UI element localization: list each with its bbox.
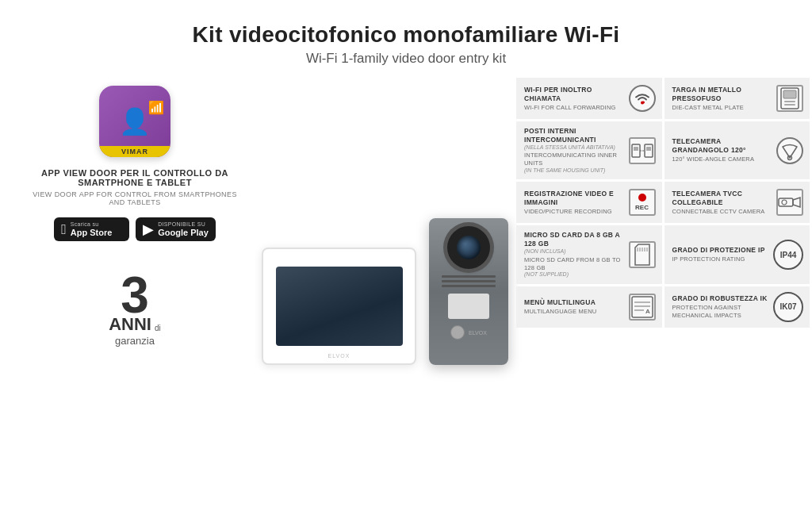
feature-metal-plate: TARGA IN METALLO PRESSOFUSO DIE-CAST MET… — [665, 78, 810, 119]
door-call-button — [450, 325, 465, 340]
google-play-name: Google Play — [158, 228, 209, 237]
products-row: ELVOX ELVOX — [262, 218, 508, 365]
intercomm-svg — [631, 140, 653, 162]
feature-wide-sub: 120° WIDE-ANGLE CAMERA — [672, 155, 772, 163]
feature-sdcard: MICRO SD CARD DA 8 GB A 128 GB (NON INCL… — [516, 225, 662, 283]
feature-wifi: WI-FI PER INOLTRO CHIAMATA WI-FI FOR CAL… — [516, 78, 662, 119]
warranty-di: di — [155, 324, 161, 332]
apple-icon:  — [61, 222, 67, 236]
sd-svg — [634, 244, 651, 266]
app-store-top-label: Scarica su — [71, 221, 113, 228]
person-icon: 👤 — [119, 109, 151, 134]
svg-rect-8 — [646, 147, 651, 151]
page-wrapper: Kit videocitofonico monofamiliare Wi-Fi … — [0, 0, 812, 526]
page-title-it: Kit videocitofonico monofamiliare Wi-Fi — [16, 22, 796, 48]
monitor-screen — [276, 267, 403, 346]
feature-ik07: GRADO DI ROBUSTEZZA IK PROTECTION AGAINS… — [665, 286, 810, 328]
wide-angle-icon — [776, 137, 803, 164]
app-desc-sub: VIEW DOOR APP FOR CONTROL FROM SMARTPHON… — [24, 190, 246, 206]
feature-ip-text: GRADO DI PROTEZIONE IP IP PROTECTION RAT… — [672, 246, 774, 263]
feature-wifi-text: WI-FI PER INOLTRO CHIAMATA WI-FI FOR CAL… — [524, 86, 629, 112]
feature-ik-main: GRADO DI ROBUSTEZZA IK — [672, 294, 769, 303]
wifi-icon — [629, 85, 656, 112]
svg-rect-6 — [634, 147, 638, 151]
indoor-monitor: ELVOX — [262, 248, 416, 365]
google-play-icon: ▶ — [143, 222, 154, 236]
feature-metal-sub: DIE-CAST METAL PLATE — [672, 104, 772, 112]
intercommunicate-icon — [629, 137, 656, 164]
feature-intercomm-sub-note: (IN THE SAME HOUSING UNIT) — [524, 167, 624, 174]
feature-intercomm-main: POSTI INTERNI INTERCOMUNICANTI — [524, 127, 624, 144]
rec-label: REC — [635, 204, 649, 211]
feature-metal-main: TARGA IN METALLO PRESSOFUSO — [672, 86, 772, 103]
app-description: APP VIEW DOOR PER IL CONTROLLO DA SMARTP… — [16, 168, 254, 206]
feature-intercomm-text: POSTI INTERNI INTERCOMUNICANTI (NELLA ST… — [524, 127, 629, 174]
recording-icon: REC — [629, 189, 656, 216]
feature-cctv-text: TELECAMERA TVCC COLLEGABILE CONNECTABLE … — [672, 190, 777, 216]
grille-line-1 — [442, 275, 496, 278]
google-play-button[interactable]: ▶ DISPONIBILE SU Google Play — [136, 217, 216, 241]
svg-point-11 — [782, 200, 787, 205]
ik07-badge: IK07 — [773, 292, 803, 322]
feature-sd-note: (NON INCLUSA) — [524, 248, 624, 255]
grille-line-2 — [442, 280, 496, 282]
svg-text:A: A — [645, 308, 650, 315]
cctv-svg — [778, 192, 802, 213]
svg-rect-4 — [784, 104, 795, 106]
store-buttons:  Scarica su App Store ▶ DISPONIBILE SU … — [54, 217, 216, 241]
feature-ik-sub: PROTECTION AGAINST MECHANICAL IMPACTS — [672, 304, 769, 320]
warranty-garanzia: garanzia — [115, 335, 155, 347]
vimar-label: VIMAR — [99, 146, 170, 157]
multilanguage-icon: A — [629, 294, 656, 321]
svg-rect-3 — [784, 101, 795, 102]
camera-lens — [457, 236, 481, 259]
svg-point-0 — [641, 102, 644, 105]
plate-svg — [780, 87, 799, 109]
feature-intercommunicate: POSTI INTERNI INTERCOMUNICANTI (NELLA ST… — [516, 121, 662, 179]
header: Kit videocitofonico monofamiliare Wi-Fi … — [0, 0, 812, 78]
feature-recording-main: REGISTRAZIONE VIDEO E IMMAGINI — [524, 190, 624, 207]
google-play-top-label: DISPONIBILE SU — [158, 221, 209, 228]
feature-intercomm-sub: INTERCOMMUNICATING INNER UNITS — [524, 152, 624, 167]
door-grille — [442, 275, 496, 287]
rec-dot — [638, 194, 646, 202]
feature-ip44: GRADO DI PROTEZIONE IP IP PROTECTION RAT… — [665, 225, 810, 283]
door-brand-label: ELVOX — [469, 330, 487, 336]
monitor-brand-label: ELVOX — [328, 353, 350, 359]
wifi-svg — [634, 91, 651, 106]
cctv-icon — [776, 189, 803, 216]
feature-ip-sub: IP PROTECTION RATING — [672, 255, 769, 263]
feature-wide-text: TELECAMERA GRANDANGOLO 120° 120° WIDE-AN… — [672, 137, 777, 163]
outdoor-panel: ELVOX — [429, 218, 508, 365]
feature-multilanguage: MENÙ MULTILINGUA MULTILANGUAGE MENU A — [516, 286, 662, 328]
warranty-badge: 3 ANNI di garanzia — [109, 270, 161, 347]
feature-wifi-main: WI-FI PER INOLTRO CHIAMATA — [524, 86, 624, 103]
app-store-name: App Store — [71, 228, 113, 237]
feature-sd-sub-note: (NOT SUPPLIED) — [524, 271, 624, 278]
wide-angle-svg — [779, 140, 800, 161]
feature-cctv-sub: CONNECTABLE CCTV CAMERA — [672, 208, 772, 216]
sdcard-icon — [629, 241, 656, 268]
feature-ip-main: GRADO DI PROTEZIONE IP — [672, 246, 769, 255]
feature-wide-camera: TELECAMERA GRANDANGOLO 120° 120° WIDE-AN… — [665, 121, 810, 179]
warranty-text-row: ANNI di — [109, 314, 161, 335]
grille-line-3 — [442, 285, 496, 287]
feature-sd-main: MICRO SD CARD DA 8 GB A 128 GB — [524, 231, 624, 248]
metal-plate-icon — [776, 85, 803, 112]
feature-ik-text: GRADO DI ROBUSTEZZA IK PROTECTION AGAINS… — [672, 294, 774, 320]
feature-recording-sub: VIDEO/PICTURE RECORDING — [524, 208, 624, 216]
feature-multilang-main: MENÙ MULTILINGUA — [524, 298, 624, 307]
door-keypad — [448, 294, 489, 319]
main-content: 👤 📶 VIMAR APP VIEW DOOR PER IL CONTROLLO… — [0, 78, 812, 526]
app-desc-main: APP VIEW DOOR PER IL CONTROLLO DA SMARTP… — [24, 168, 246, 187]
center-panel: ELVOX ELVOX — [254, 78, 516, 513]
feature-sd-sub: MICRO SD CARD FROM 8 GB TO 128 GB — [524, 256, 624, 272]
feature-multilang-text: MENÙ MULTILINGUA MULTILANGUAGE MENU — [524, 298, 629, 316]
app-store-button[interactable]:  Scarica su App Store — [54, 217, 129, 241]
left-panel: 👤 📶 VIMAR APP VIEW DOOR PER IL CONTROLLO… — [16, 78, 254, 513]
feature-recording: REGISTRAZIONE VIDEO E IMMAGINI VIDEO/PIC… — [516, 182, 662, 223]
warranty-number: 3 — [121, 270, 149, 321]
features-grid: WI-FI PER INOLTRO CHIAMATA WI-FI FOR CAL… — [516, 78, 810, 328]
feature-cctv-main: TELECAMERA TVCC COLLEGABILE — [672, 190, 772, 207]
feature-intercomm-note: (NELLA STESSA UNITÀ ABITATIVA) — [524, 144, 624, 151]
